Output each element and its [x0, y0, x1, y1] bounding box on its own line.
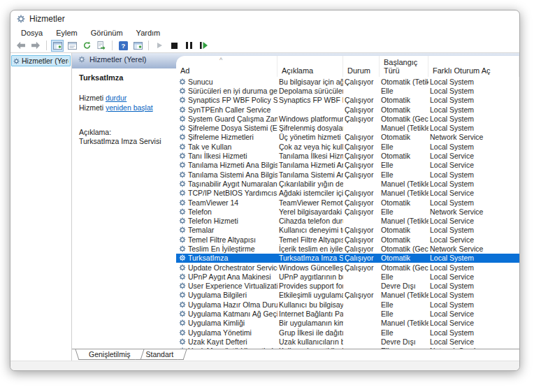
service-row[interactable]: Tanılama Hizmeti Ana Bilgis... Tanılama …: [176, 161, 519, 170]
service-start-cell: Otomatik: [380, 198, 428, 207]
service-row[interactable]: Uygulama Katmanı Ağ Geçi... Internet Bağ…: [176, 309, 519, 318]
export-list-icon[interactable]: [95, 40, 108, 52]
console-tree-pane: Hizmetler (Yerel): [10, 53, 72, 361]
properties-window-icon[interactable]: [66, 40, 78, 52]
service-logon-cell: Local System: [428, 106, 519, 114]
column-header-durum[interactable]: Durum: [343, 56, 380, 77]
service-name-cell: Şifreleme Dosya Sistemi (EFS): [176, 124, 277, 132]
stop-service-link[interactable]: durdur: [106, 94, 127, 102]
service-start-cell: Elle: [380, 170, 428, 179]
service-status-cell: Çalışıyor: [343, 198, 380, 207]
service-logon-cell: Local Service: [428, 161, 519, 169]
tree-item-services-local[interactable]: Hizmetler (Yerel): [11, 55, 71, 66]
service-desc-cell: Cihazda telefon durumu...: [277, 217, 343, 225]
service-logon-cell: Local Service: [428, 273, 519, 281]
menu-gorunum[interactable]: Görünüm: [91, 29, 123, 37]
service-desc-cell: TeamViewer Remote Sof...: [277, 198, 343, 207]
service-row[interactable]: Temel Filtre Altyapısı Temel Filtre Alty…: [176, 235, 519, 244]
tab-label: Standart: [146, 350, 174, 358]
services-list-pane: ^ Ad Açıklama Durum Başlangıç Türü Farkl…: [176, 56, 519, 349]
column-header-aciklama[interactable]: Açıklama: [277, 56, 343, 77]
service-row[interactable]: SynTPEnh Caller Service Çalışıyor Otomat…: [176, 105, 519, 114]
service-name-cell: Tak ve Kullan: [176, 143, 277, 151]
service-start-cell: Elle: [380, 161, 428, 169]
service-row[interactable]: Teslim En İyileştirme İçerik teslim en i…: [176, 244, 519, 253]
back-arrow-icon[interactable]: [15, 40, 27, 52]
service-logon-cell: Local System: [428, 254, 519, 262]
service-row[interactable]: Synaptics FP WBF Policy Ser... Synaptics…: [176, 96, 519, 105]
service-row[interactable]: Uygulama Bilgileri Etkileşimli uygulamal…: [176, 291, 519, 300]
service-name-cell: Şifreleme Hizmetleri: [176, 133, 277, 141]
toolbar-separator: [148, 41, 149, 50]
service-row[interactable]: Uygulama Hazır Olma Duru... Kullanıcı bu…: [176, 300, 519, 309]
service-gear-icon: [179, 152, 186, 159]
service-row[interactable]: Tanılama Sistemi Ana Bilgis... Tanılama …: [176, 170, 519, 179]
service-start-cell: Otomatik (Tetik...: [380, 78, 428, 86]
start-service-icon[interactable]: [153, 40, 166, 52]
service-row[interactable]: Update Orchestrator Service Windows Günc…: [176, 263, 519, 272]
service-status-cell: Çalışıyor: [343, 106, 380, 114]
service-desc-cell: Internet Bağlantı Paylaşı...: [277, 310, 343, 318]
menu-yardim[interactable]: Yardım: [136, 29, 161, 37]
menu-eylem[interactable]: Eylem: [56, 29, 78, 37]
column-header-oturum[interactable]: Farklı Oturum Aç: [428, 56, 519, 77]
service-row[interactable]: Uygulama Kimliği Bir uygulamanın kimliği…: [176, 319, 519, 328]
help-icon[interactable]: ?: [117, 40, 129, 52]
service-logon-cell: Local System: [428, 291, 519, 299]
service-desc-cell: Tanılama İlkesi Hizmeti, ...: [277, 152, 343, 160]
service-start-cell: Manuel (Tetikle...: [380, 124, 428, 132]
service-start-cell: Elle: [380, 208, 428, 216]
service-row[interactable]: User Experience Virtualizatio... Provide…: [176, 282, 519, 291]
service-start-cell: Manuel (Tetikle...: [380, 180, 428, 188]
service-row[interactable]: Temalar Kullanıcı deneyimi tema... Çalış…: [176, 226, 519, 235]
service-row[interactable]: TurksatImza TurksatImza Imza Servisi Çal…: [176, 254, 519, 263]
column-header-baslangic[interactable]: Başlangıç Türü: [380, 56, 428, 77]
pause-service-icon[interactable]: [182, 40, 195, 52]
service-gear-icon: [179, 189, 186, 196]
service-logon-cell: Local System: [428, 300, 519, 309]
forward-arrow-icon[interactable]: [29, 40, 42, 52]
service-row[interactable]: System Guard Çalışma Zam... Windows plat…: [176, 114, 519, 123]
service-row[interactable]: Şifreleme Dosya Sistemi (EFS) Şifrelenmi…: [176, 123, 519, 132]
service-row[interactable]: Telefon Yerel bilgisayardaki ve L... Çal…: [176, 207, 519, 216]
show-console-tree-icon[interactable]: [51, 40, 64, 52]
service-start-cell: Otomatik: [380, 96, 428, 104]
service-desc-cell: Şifrelenmiş dosyaları NT...: [277, 124, 343, 132]
column-header-ad[interactable]: Ad: [176, 56, 277, 77]
service-name-cell: Sürücüleri en iyi duruma getir: [176, 87, 277, 95]
service-logon-cell: Local System: [428, 282, 519, 290]
service-desc-cell: Etkileşimli uygulamaları...: [277, 291, 343, 299]
restart-service-link[interactable]: yeniden başlat: [106, 103, 153, 112]
menu-bar: Dosya Eylem Görünüm Yardım: [10, 27, 519, 38]
service-row[interactable]: Sürücüleri en iyi duruma getir Depolama …: [176, 86, 519, 95]
service-name-cell: Tanı İlkesi Hizmeti: [176, 152, 277, 160]
service-row[interactable]: Şifreleme Hizmetleri Üç yönetim hizmeti …: [176, 133, 519, 142]
service-desc-cell: Çıkarılabilir yığın depola...: [277, 180, 343, 188]
service-row[interactable]: Tanı İlkesi Hizmeti Tanılama İlkesi Hizm…: [176, 151, 519, 160]
service-logon-cell: Local Service: [428, 217, 519, 225]
service-row[interactable]: TeamViewer 14 TeamViewer Remote Sof... Ç…: [176, 198, 519, 207]
service-row[interactable]: TCP/IP NetBIOS Yardımcısı Ağdaki istemci…: [176, 189, 519, 198]
menu-dosya[interactable]: Dosya: [21, 29, 43, 37]
service-gear-icon: [179, 124, 186, 131]
new-window-icon[interactable]: [131, 40, 144, 52]
service-start-cell: Otomatik: [380, 254, 428, 262]
service-desc-cell: Ağdaki istemciler için Ne...: [277, 189, 343, 197]
service-row[interactable]: Uygulama Yönetimi Grup İlkesi ile dağıtı…: [176, 328, 519, 337]
service-rows: Sunucu Bu bilgisayar için ağ üzer... Çal…: [176, 77, 519, 349]
tab-genisletilmis[interactable]: Genişletilmiş: [80, 349, 140, 360]
refresh-icon[interactable]: [80, 40, 93, 52]
service-row[interactable]: Sunucu Bu bilgisayar için ağ üzer... Çal…: [176, 77, 519, 86]
service-logon-cell: Local System: [428, 180, 519, 188]
service-logon-cell: Local System: [428, 328, 519, 337]
restart-service-icon[interactable]: [197, 40, 210, 52]
service-row[interactable]: Tak ve Kullan Çok az veya hiç kullanıcı …: [176, 142, 519, 151]
service-row[interactable]: UPnP Aygıt Ana Makinesi UPnP aygıtlarını…: [176, 272, 519, 281]
service-desc-cell: Uzak kullanıcıların bu bil...: [277, 337, 343, 346]
service-row[interactable]: Uzak Kayıt Defteri Uzak kullanıcıların b…: [176, 337, 519, 346]
service-name-cell: UPnP Aygıt Ana Makinesi: [176, 273, 277, 281]
service-row[interactable]: Telefon Hizmeti Cihazda telefon durumu..…: [176, 216, 519, 225]
stop-service-icon[interactable]: [168, 40, 180, 52]
service-row[interactable]: Taşınabilir Aygıt Numaralan... Çıkarılab…: [176, 179, 519, 188]
services-gear-icon: [78, 56, 85, 63]
